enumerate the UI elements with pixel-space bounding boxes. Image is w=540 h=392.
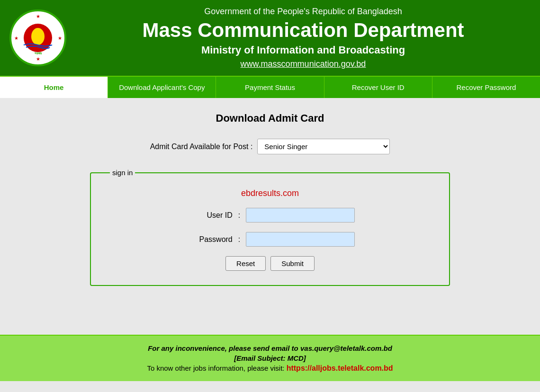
submit-button[interactable]: Submit	[270, 256, 315, 271]
website-link: www.masscommunication.gov.bd	[76, 59, 531, 69]
sign-in-legend: sign in	[110, 169, 135, 177]
page-title: Download Admit Card	[9, 112, 531, 125]
dept-title: Mass Communication Department	[76, 19, 531, 41]
page-header: ★ ★ ★ ★ সরকার Government of the People's…	[0, 0, 540, 76]
nav-recover-user-id[interactable]: Recover User ID	[324, 77, 432, 98]
nav-download-applicant[interactable]: Download Applicant's Copy	[108, 77, 216, 98]
button-row: Reset Submit	[105, 256, 435, 271]
post-label: Admit Card Available for Post :	[150, 143, 253, 151]
main-content: Download Admit Card Admit Card Available…	[0, 98, 540, 335]
nav-bar: Home Download Applicant's Copy Payment S…	[0, 76, 540, 98]
svg-text:সরকার: সরকার	[35, 52, 42, 55]
post-dropdown[interactable]: Senior Singer Junior Singer Producer Dir…	[257, 139, 390, 154]
nav-recover-password[interactable]: Recover Password	[432, 77, 540, 98]
header-text-block: Government of the People's Republic of B…	[76, 7, 531, 69]
sign-in-fieldset: sign in ebdresults.com User ID : Passwor…	[90, 169, 450, 286]
reset-button[interactable]: Reset	[225, 256, 266, 271]
post-selection-row: Admit Card Available for Post : Senior S…	[9, 139, 531, 154]
svg-text:★: ★	[14, 36, 18, 41]
nav-payment-status[interactable]: Payment Status	[216, 77, 324, 98]
password-row: Password :	[105, 232, 435, 247]
gov-title: Government of the People's Republic of B…	[76, 7, 531, 17]
password-input[interactable]	[246, 232, 355, 247]
nav-home[interactable]: Home	[0, 77, 108, 98]
footer-line3-prefix: To know other jobs information, please v…	[147, 364, 286, 372]
password-label: Password	[185, 235, 233, 244]
svg-text:★: ★	[36, 56, 40, 62]
ministry-title: Ministry of Information and Broadcasting	[76, 44, 531, 56]
user-id-colon: :	[238, 211, 240, 220]
svg-text:★: ★	[58, 36, 62, 41]
govt-emblem-icon: ★ ★ ★ ★ সরকার	[9, 9, 66, 66]
user-id-input[interactable]	[246, 208, 355, 223]
footer-link[interactable]: https://alljobs.teletalk.com.bd	[287, 364, 393, 372]
watermark-text: ebdresults.com	[105, 188, 435, 198]
footer-line1: For any inconvenience, please send email…	[9, 344, 531, 352]
user-id-row: User ID :	[105, 208, 435, 223]
logo-container: ★ ★ ★ ★ সরকার	[9, 9, 66, 66]
user-id-label: User ID	[185, 211, 233, 220]
svg-point-3	[31, 28, 45, 45]
footer-line3: To know other jobs information, please v…	[9, 364, 531, 373]
svg-text:★: ★	[36, 14, 40, 19]
footer: For any inconvenience, please send email…	[0, 335, 540, 381]
password-colon: :	[238, 235, 240, 244]
footer-line2: [Email Subject: MCD]	[9, 354, 531, 362]
